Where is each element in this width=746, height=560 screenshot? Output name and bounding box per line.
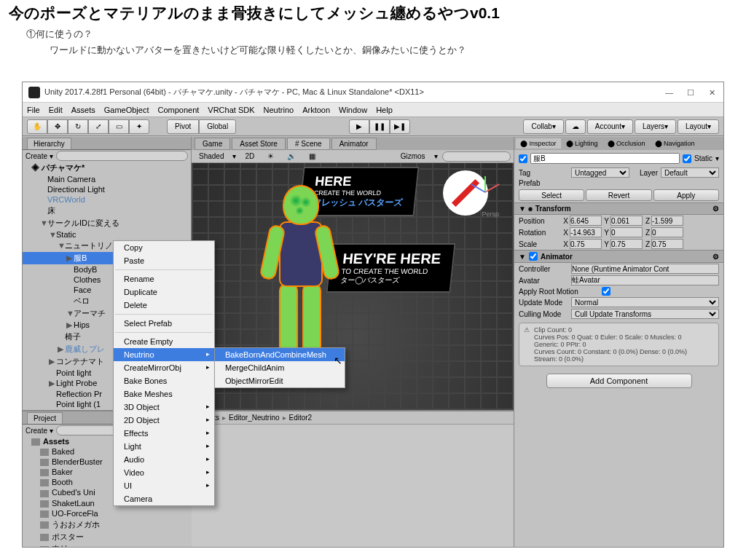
gizmos-dropdown[interactable]: Gizmos <box>396 152 430 160</box>
ctx-sub-objectmirroredit[interactable]: ObjectMirrorEdit <box>215 374 345 387</box>
ctx-camera[interactable]: Camera <box>114 492 214 505</box>
select-button[interactable]: Select <box>519 189 584 201</box>
ctx-2d-object[interactable]: 2D Object <box>114 414 214 427</box>
pos-y-field[interactable] <box>610 216 643 226</box>
audio-toggle[interactable]: 🔊 <box>283 152 300 160</box>
cloud-button[interactable]: ☁ <box>565 119 586 134</box>
tab-game[interactable]: Game <box>195 138 230 150</box>
hierarchy-item[interactable]: VRCWorld <box>23 194 191 205</box>
inspector-tab-occlusion[interactable]: ⬤ Occlusion <box>603 138 650 149</box>
tab-scene[interactable]: # Scene <box>287 138 330 150</box>
scale-tool[interactable]: ⤢ <box>88 119 109 134</box>
root-motion-checkbox[interactable] <box>602 287 610 296</box>
fx-toggle[interactable]: ▦ <box>305 152 320 160</box>
menu-vrchat-sdk[interactable]: VRChat SDK <box>208 106 254 114</box>
maximize-button[interactable]: ☐ <box>687 88 696 97</box>
hand-tool[interactable]: ✋ <box>27 119 47 134</box>
culling-mode-dropdown[interactable]: Cull Update Transforms <box>571 309 719 319</box>
add-component-button[interactable]: Add Component <box>546 374 692 388</box>
light-toggle[interactable]: ☀ <box>263 152 278 160</box>
scene-gizmo[interactable]: Persp <box>463 170 506 214</box>
pos-x-field[interactable] <box>570 216 602 226</box>
controller-field[interactable] <box>571 264 719 274</box>
rot-z-field[interactable] <box>651 227 683 237</box>
update-mode-dropdown[interactable]: Normal <box>571 297 719 307</box>
hierarchy-item[interactable]: ▼サークルIDに変える <box>23 217 191 229</box>
ctx-audio[interactable]: Audio <box>114 453 214 466</box>
ctx-light[interactable]: Light <box>114 440 214 453</box>
2d-toggle[interactable]: 2D <box>240 152 259 160</box>
menu-assets[interactable]: Assets <box>71 106 95 114</box>
project-folder[interactable]: うおおメガホ <box>23 518 192 531</box>
project-folder[interactable]: ポスター <box>23 531 192 543</box>
inspector-tab-inspector[interactable]: ⬤ Inspector <box>516 138 561 149</box>
menu-window[interactable]: Window <box>339 106 367 114</box>
revert-button[interactable]: Revert <box>586 189 651 201</box>
transform-component-header[interactable]: ▼ ⎈ Transform⚙ <box>514 202 723 215</box>
minimize-button[interactable]: — <box>665 88 674 97</box>
global-button[interactable]: Global <box>199 119 236 134</box>
transform-tool[interactable]: ✦ <box>129 119 149 134</box>
project-content[interactable] <box>192 425 514 547</box>
move-tool[interactable]: ✥ <box>47 119 68 134</box>
ctx-bake-bones[interactable]: Bake Bones <box>114 374 214 387</box>
menu-gameobject[interactable]: GameObject <box>104 106 149 114</box>
account-dropdown[interactable]: Account ▾ <box>587 119 633 134</box>
menu-arktoon[interactable]: Arktoon <box>302 106 330 114</box>
close-button[interactable]: ✕ <box>709 88 718 97</box>
gameobject-name-field[interactable] <box>530 153 680 164</box>
shaded-dropdown[interactable]: Shaded <box>195 152 228 160</box>
pause-button[interactable]: ❚❚ <box>369 119 390 134</box>
ctx-select-prefab[interactable]: Select Prefab <box>114 317 214 330</box>
scale-y-field[interactable] <box>610 239 643 249</box>
avatar-field[interactable] <box>571 275 719 285</box>
rot-x-field[interactable] <box>570 227 602 237</box>
hierarchy-item[interactable]: 床 <box>23 205 191 217</box>
hierarchy-item[interactable]: Main Camera <box>23 174 191 184</box>
ctx-video[interactable]: Video <box>114 466 214 479</box>
pos-z-field[interactable] <box>651 216 683 226</box>
ctx-paste[interactable]: Paste <box>114 254 214 267</box>
menu-help[interactable]: Help <box>376 106 393 114</box>
inspector-tab-navigation[interactable]: ⬤ Navigation <box>651 138 699 149</box>
hierarchy-tab[interactable]: Hierarchy <box>23 137 191 150</box>
scene-search[interactable] <box>442 151 511 162</box>
scale-z-field[interactable] <box>651 239 683 249</box>
collab-dropdown[interactable]: Collab ▾ <box>523 119 563 134</box>
rot-y-field[interactable] <box>610 227 643 237</box>
tag-dropdown[interactable]: Untagged <box>571 167 629 178</box>
rotate-tool[interactable]: ↻ <box>68 119 88 134</box>
ctx-createmirrorobj[interactable]: CreateMirrorObj <box>114 361 214 374</box>
layers-dropdown[interactable]: Layers ▾ <box>635 119 676 134</box>
hierarchy-item[interactable]: ▼Static <box>23 229 191 240</box>
ctx-ui[interactable]: UI <box>114 479 214 492</box>
ctx-3d-object[interactable]: 3D Object <box>114 401 214 414</box>
animator-component-header[interactable]: ▼ Animator⚙ <box>514 250 723 263</box>
scene-avatar[interactable] <box>257 185 345 374</box>
ctx-effects[interactable]: Effects <box>114 427 214 440</box>
create-dropdown[interactable]: Create ▾ <box>25 152 53 160</box>
animator-enabled-checkbox[interactable] <box>529 252 538 261</box>
ctx-create-empty[interactable]: Create Empty <box>114 335 214 348</box>
ctx-delete[interactable]: Delete <box>114 299 214 312</box>
scene-root[interactable]: ◈ パチャマケ* <box>23 162 191 174</box>
ctx-copy[interactable]: Copy <box>114 241 214 254</box>
tab-animator[interactable]: Animator <box>331 138 377 150</box>
ctx-sub-bakebornandcombinemesh[interactable]: BakeBornAndCombineMesh <box>215 348 345 361</box>
rect-tool[interactable]: ▭ <box>109 119 129 134</box>
breadcrumb-item[interactable]: Editor2 <box>289 414 313 422</box>
hierarchy-item[interactable]: Directional Light <box>23 184 191 194</box>
project-folder[interactable]: 素材 <box>23 543 192 547</box>
ctx-bake-meshes[interactable]: Bake Meshes <box>114 387 214 401</box>
play-button[interactable]: ▶ <box>349 119 369 134</box>
ctx-rename[interactable]: Rename <box>114 272 214 285</box>
ctx-neutrino[interactable]: Neutrino <box>114 348 214 361</box>
menu-component[interactable]: Component <box>157 106 199 114</box>
pivot-button[interactable]: Pivot <box>167 119 199 134</box>
project-folder[interactable]: UO-ForceFla <box>23 508 192 518</box>
ctx-duplicate[interactable]: Duplicate <box>114 285 214 299</box>
apply-button[interactable]: Apply <box>653 189 719 201</box>
menu-edit[interactable]: Edit <box>49 106 63 114</box>
project-create-dropdown[interactable]: Create ▾ <box>25 427 53 435</box>
tab-asset-store[interactable]: Asset Store <box>232 138 286 150</box>
